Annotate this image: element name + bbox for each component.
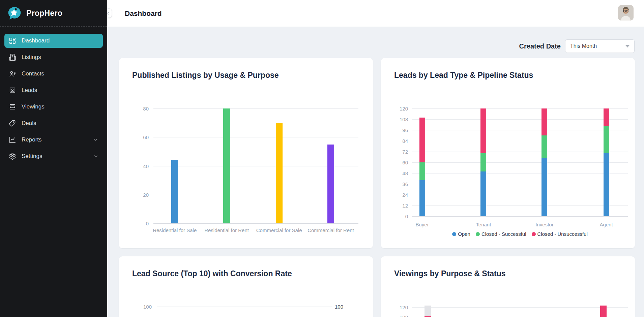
y-axis-tick-label: 84 [381, 138, 408, 144]
legend-item[interactable]: Closed - Unsuccessful [532, 231, 588, 237]
bar [223, 108, 230, 223]
gridline [412, 307, 628, 308]
avatar-photo [618, 5, 634, 21]
x-axis-category-label: Buyer [415, 222, 429, 227]
bar-segment [604, 153, 609, 216]
chevron-down-icon [93, 137, 98, 142]
y-axis-tick-label: 108 [381, 117, 408, 122]
bar-segment [600, 306, 607, 317]
y-axis-tick-label: 48 [381, 170, 408, 176]
gridline [153, 223, 358, 224]
gridline [412, 119, 628, 120]
bar-segment [604, 126, 609, 153]
gridline [412, 184, 628, 184]
y-axis-tick-label: 36 [381, 181, 408, 187]
line-chart-icon [9, 136, 16, 144]
date-range-value: This Month [570, 43, 597, 49]
gridline [412, 216, 628, 217]
bar-segment [541, 158, 547, 216]
y-axis-tick-label: 80 [119, 106, 149, 112]
app-root: PropHero DashboardListingsContactsLeadsV… [0, 0, 644, 317]
sidebar-item-label: Leads [22, 87, 37, 94]
x-axis-category-label: Tenant [476, 222, 491, 227]
sidebar-item-deals[interactable]: Deals [4, 116, 103, 130]
date-range-select[interactable]: This Month [565, 39, 635, 53]
chevron-down-icon [93, 137, 98, 142]
y-axis-tick-label: 108 [381, 314, 408, 317]
x-axis-category-label: Residential for Rent [204, 227, 249, 233]
header: Dashboard [107, 0, 644, 27]
sidebar: PropHero DashboardListingsContactsLeadsV… [0, 0, 107, 317]
sidebar-nav: DashboardListingsContactsLeadsViewingsDe… [0, 27, 107, 170]
legend-label: Open [458, 231, 470, 237]
bar [276, 123, 283, 223]
gridline [412, 108, 628, 109]
brand-logo[interactable]: PropHero [0, 0, 107, 27]
gridline [412, 130, 628, 130]
gridline [412, 162, 628, 163]
tag-icon [9, 120, 16, 127]
lead-card-icon [9, 87, 16, 94]
bar-segment [604, 108, 609, 126]
y-axis-tick-label: 120 [381, 106, 408, 112]
gear-icon [9, 153, 16, 160]
gridline [412, 173, 628, 173]
sidebar-item-reports[interactable]: Reports [4, 133, 103, 147]
card-leads-pipeline: Leads by Lead Type & Pipeline Status 012… [381, 58, 635, 248]
bar [327, 145, 334, 223]
chart-legend: OpenClosed - SuccessfulClosed - Unsucces… [412, 231, 628, 237]
y-axis-tick-label: 120 [381, 305, 408, 310]
bar-segment [425, 306, 431, 316]
legend-label: Closed - Unsuccessful [537, 231, 588, 237]
legend-dot-icon [532, 232, 536, 236]
chevron-down-icon [93, 154, 98, 159]
legend-dot-icon [476, 232, 480, 236]
prophero-logo-icon [7, 6, 22, 20]
y-axis-tick-label: 12 [381, 203, 408, 209]
y-axis-tick-label: 60 [119, 134, 149, 140]
bar-segment [480, 108, 486, 153]
sidebar-item-label: Deals [22, 120, 36, 127]
bar-segment [480, 153, 486, 171]
viewings-icon [9, 103, 16, 110]
chart-viewings-status: 01224364860728496108120 [381, 256, 635, 317]
card-published-listings: Published Listings by Usage & Purpose 02… [119, 58, 373, 248]
created-date-filter: Created Date This Month [519, 39, 635, 53]
sidebar-item-label: Viewings [22, 103, 45, 110]
sidebar-item-label: Reports [22, 136, 42, 143]
x-axis-category-label: Commercial for Sale [256, 227, 302, 233]
sidebar-item-settings[interactable]: Settings [4, 149, 103, 163]
legend-label: Closed - Successful [481, 231, 526, 237]
y-axis-tick-label-right: 80 [335, 316, 355, 317]
sidebar-item-viewings[interactable]: Viewings [4, 100, 103, 114]
chevron-down-icon [93, 154, 98, 159]
y-axis-tick-label: 20 [119, 192, 149, 197]
legend-item[interactable]: Closed - Successful [476, 231, 526, 237]
sidebar-item-label: Settings [22, 153, 42, 160]
chart-leads-pipeline: 01224364860728496108120BuyerTenantInvest… [381, 58, 635, 248]
bar [171, 160, 178, 223]
gridline [153, 137, 358, 137]
sidebar-item-label: Contacts [22, 70, 44, 77]
card-lead-source: Lead Source (Top 10) with Conversion Rat… [119, 256, 373, 317]
gridline [157, 307, 332, 307]
y-axis-tick-label: 40 [119, 163, 149, 169]
sidebar-item-listings[interactable]: Listings [4, 50, 103, 64]
legend-item[interactable]: Open [452, 231, 470, 237]
dashboard-icon [9, 37, 16, 44]
y-axis-tick-label: 0 [381, 214, 408, 219]
bar-segment [419, 180, 425, 216]
avatar[interactable] [618, 5, 634, 21]
sidebar-item-leads[interactable]: Leads [4, 83, 103, 97]
gridline [412, 152, 628, 152]
gridline [412, 141, 628, 141]
bar-segment [541, 108, 547, 135]
sidebar-item-dashboard[interactable]: Dashboard [4, 34, 103, 48]
chevron-down-icon [625, 45, 630, 47]
gridline [412, 205, 628, 206]
sidebar-item-label: Listings [22, 54, 41, 61]
chart-published-listings: 020406080Residential for SaleResidential… [119, 58, 373, 248]
sidebar-item-contacts[interactable]: Contacts [4, 67, 103, 81]
x-axis-category-label: Agent [599, 222, 613, 227]
brand-name: PropHero [26, 9, 62, 18]
